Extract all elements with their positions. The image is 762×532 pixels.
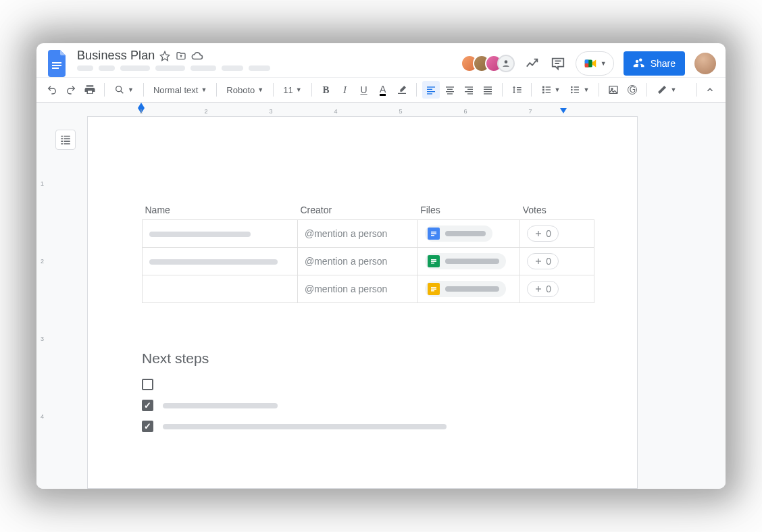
file-chip[interactable] — [425, 281, 506, 297]
ruler-tick: 7 — [528, 108, 532, 115]
right-indent-marker[interactable] — [560, 108, 567, 113]
mention-placeholder[interactable]: @mention a person — [297, 220, 417, 248]
checkbox[interactable] — [142, 421, 153, 432]
svg-rect-26 — [484, 93, 492, 94]
svg-rect-22 — [467, 93, 473, 94]
table-header-name: Name — [143, 205, 298, 220]
table-header-votes: Votes — [520, 205, 594, 220]
share-label: Share — [651, 58, 676, 69]
horizontal-ruler[interactable]: 1234567 — [36, 103, 726, 116]
left-indent-marker[interactable] — [138, 103, 145, 108]
menu-item[interactable] — [120, 65, 150, 71]
ruler-tick: 6 — [463, 108, 467, 115]
svg-rect-23 — [484, 86, 492, 87]
file-chip[interactable] — [425, 225, 492, 242]
checklist-button[interactable]: ▼ — [537, 81, 565, 99]
align-center-button[interactable] — [441, 81, 459, 99]
insert-link-button[interactable]: G — [624, 81, 641, 99]
font-dropdown[interactable]: Roboto▼ — [222, 81, 268, 99]
checklist-item[interactable] — [142, 421, 590, 432]
placeholder-text — [149, 259, 278, 265]
activity-icon[interactable] — [524, 55, 540, 72]
section-heading[interactable]: Next steps — [142, 350, 590, 367]
table-row[interactable]: @mention a person0 — [143, 220, 594, 248]
svg-rect-55 — [431, 261, 436, 263]
docs-icon — [428, 228, 440, 240]
checkbox[interactable] — [142, 379, 153, 390]
collaborator-avatar[interactable] — [497, 55, 515, 72]
editing-mode-button[interactable]: ▼ — [653, 81, 680, 99]
menu-item[interactable] — [155, 65, 185, 71]
star-icon[interactable] — [159, 50, 171, 62]
svg-point-40 — [611, 88, 613, 90]
svg-rect-48 — [64, 143, 70, 144]
align-justify-button[interactable] — [479, 81, 497, 99]
move-to-folder-icon[interactable] — [175, 50, 187, 62]
cloud-saved-icon[interactable] — [191, 50, 203, 62]
collapse-toolbar-button[interactable] — [701, 81, 719, 99]
svg-rect-7 — [584, 60, 588, 64]
text-color-button[interactable]: A — [374, 81, 392, 99]
table-header-files: Files — [417, 205, 520, 220]
svg-rect-8 — [584, 63, 588, 68]
menu-item[interactable] — [77, 65, 93, 71]
menu-bar[interactable] — [77, 65, 454, 71]
header-right: ▼ Share — [461, 51, 716, 76]
document-title[interactable]: Business Plan — [77, 49, 155, 63]
share-button[interactable]: Share — [624, 51, 685, 76]
checklist-item[interactable] — [142, 400, 590, 411]
table-row[interactable]: @mention a person0 — [143, 275, 594, 303]
undo-button[interactable] — [43, 81, 61, 99]
svg-rect-13 — [427, 91, 435, 92]
outline-toggle-button[interactable] — [55, 130, 76, 150]
menu-item[interactable] — [249, 65, 270, 71]
profile-avatar[interactable] — [694, 53, 716, 74]
paragraph-style-dropdown[interactable]: Normal text▼ — [149, 81, 211, 99]
svg-rect-24 — [484, 89, 492, 90]
menu-item[interactable] — [222, 65, 243, 71]
mention-placeholder[interactable]: @mention a person — [297, 248, 417, 275]
checkbox[interactable] — [142, 400, 153, 411]
svg-rect-11 — [427, 86, 435, 87]
checklist-item[interactable] — [142, 379, 590, 390]
svg-rect-54 — [431, 259, 436, 261]
vote-chip[interactable]: 0 — [527, 281, 559, 297]
svg-rect-28 — [542, 89, 544, 91]
mention-placeholder[interactable]: @mention a person — [297, 275, 417, 303]
collaborator-avatars[interactable] — [461, 55, 515, 72]
insert-image-button[interactable] — [605, 81, 622, 99]
underline-button[interactable]: U — [355, 81, 373, 99]
comments-icon[interactable] — [550, 55, 566, 72]
zoom-dropdown[interactable]: ▼ — [110, 81, 138, 99]
bulleted-list-button[interactable]: ▼ — [565, 81, 593, 99]
print-button[interactable] — [81, 81, 99, 99]
svg-rect-37 — [574, 89, 579, 90]
align-left-button[interactable] — [422, 81, 440, 99]
svg-point-35 — [571, 92, 573, 94]
svg-rect-44 — [61, 143, 63, 144]
vote-chip[interactable]: 0 — [527, 225, 559, 242]
building-blocks-table[interactable]: Name Creator Files Votes @mention a pers… — [142, 205, 594, 303]
line-spacing-button[interactable] — [508, 81, 526, 99]
menu-item[interactable] — [99, 65, 115, 71]
table-header-creator: Creator — [297, 205, 417, 220]
meet-button[interactable]: ▼ — [576, 51, 614, 76]
align-right-button[interactable] — [460, 81, 478, 99]
menu-item[interactable] — [190, 65, 216, 71]
svg-rect-1 — [52, 65, 61, 66]
checklist[interactable] — [142, 379, 590, 432]
highlight-button[interactable] — [393, 81, 411, 99]
svg-point-9 — [116, 86, 122, 92]
svg-rect-2 — [52, 68, 59, 69]
font-size-dropdown[interactable]: 11▼ — [279, 81, 305, 99]
vote-chip[interactable]: 0 — [527, 253, 559, 269]
svg-rect-56 — [431, 263, 434, 264]
bold-button[interactable]: B — [318, 81, 335, 99]
docs-app-icon[interactable] — [46, 51, 70, 76]
file-chip[interactable] — [425, 253, 506, 269]
table-row[interactable]: @mention a person0 — [143, 248, 594, 275]
redo-button[interactable] — [62, 81, 80, 99]
document-page[interactable]: Name Creator Files Votes @mention a pers… — [87, 116, 638, 489]
italic-button[interactable]: I — [336, 81, 354, 99]
ruler-tick: 5 — [399, 108, 402, 115]
